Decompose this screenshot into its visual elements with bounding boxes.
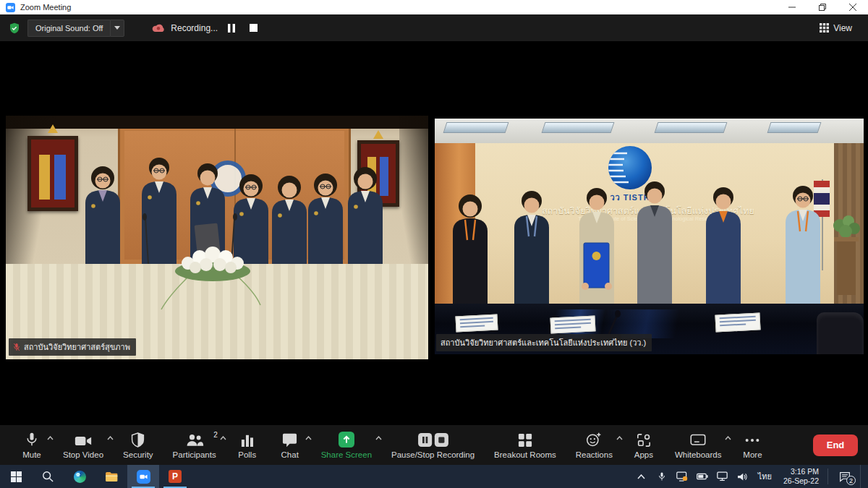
muted-mic-icon [13, 343, 20, 351]
share-screen-icon [339, 432, 354, 448]
language-indicator[interactable]: ไทย [754, 470, 776, 483]
camera-icon [75, 432, 92, 448]
windows-taskbar: P ไทย 3:16 PM 2 [0, 465, 868, 488]
chat-icon [282, 432, 297, 448]
participant-name-label: สถาบันวิจัยวิทยาศาสตร์สุขภาพ [9, 338, 136, 356]
system-tray: ไทย 3:16 PM 26-Sep-22 2 [632, 465, 868, 488]
video-feed-tistr[interactable]: วว TISTR สถาบันวิจัยวิทยาศาสตร์และเทคโนโ… [435, 119, 864, 354]
tray-microphone-icon[interactable] [652, 465, 671, 488]
polls-button[interactable]: Polls [229, 429, 266, 462]
flower-centerpiece [161, 247, 260, 309]
original-sound-dropdown[interactable] [110, 20, 124, 37]
chevron-up-icon[interactable] [220, 433, 226, 442]
grid-view-icon [820, 23, 829, 33]
participant-name-label: สถาบันวิจัยวิทยาศาสตร์และเทคโนโลยีแห่งปร… [436, 334, 652, 351]
table-mic [435, 119, 864, 354]
title-bar: Zoom Meeting [0, 0, 868, 14]
reactions-icon [586, 432, 602, 448]
participants-button[interactable]: Participants 2 [166, 429, 224, 462]
participants-count-badge: 2 [213, 431, 218, 439]
start-button[interactable] [0, 465, 32, 488]
chevron-up-icon[interactable] [305, 433, 312, 442]
zoom-control-bar: Mute Stop Video Security Participants 2 [0, 425, 868, 465]
polls-icon [241, 432, 254, 448]
zoom-app-icon [6, 3, 15, 12]
tray-screen-share-icon[interactable] [673, 465, 692, 488]
tray-battery-icon[interactable] [693, 465, 712, 488]
mute-button[interactable]: Mute [13, 429, 51, 462]
meeting-toolbar: Original Sound: Off Recording... [0, 14, 868, 41]
show-desktop-button[interactable] [860, 465, 864, 488]
window-title: Zoom Meeting [20, 3, 71, 12]
zoom-meeting-window: Zoom Meeting Original Sound: Off [0, 0, 868, 488]
shield-icon [131, 432, 145, 448]
more-button[interactable]: More [733, 429, 771, 462]
pause-recording-icon[interactable] [224, 20, 239, 36]
tray-chevron-up-icon[interactable] [632, 465, 651, 488]
reactions-button[interactable]: Reactions [569, 429, 620, 462]
view-label: View [833, 23, 852, 33]
original-sound-label: Original Sound: Off [35, 24, 103, 33]
breakout-rooms-button[interactable]: Breakout Rooms [487, 429, 563, 462]
recording-cloud-icon [152, 23, 165, 33]
stop-recording-icon[interactable] [245, 20, 261, 36]
search-icon[interactable] [32, 465, 64, 488]
original-sound-button[interactable]: Original Sound: Off [27, 20, 110, 37]
tray-separator [827, 468, 828, 484]
left-feed-props [6, 116, 428, 359]
breakout-rooms-icon [518, 432, 532, 448]
clock-date: 26-Sep-22 [783, 476, 819, 486]
view-button[interactable]: View [814, 20, 858, 36]
left-feed-name-text: สถาบันวิจัยวิทยาศาสตร์สุขภาพ [24, 341, 130, 354]
participants-icon [185, 432, 204, 448]
minimize-button[interactable] [777, 0, 807, 14]
share-screen-button[interactable]: Share Screen [314, 429, 379, 462]
chevron-up-icon[interactable] [725, 433, 731, 442]
file-explorer-icon[interactable] [95, 465, 127, 488]
notification-center-icon[interactable]: 2 [831, 465, 859, 488]
tray-network-icon[interactable] [713, 465, 732, 488]
edge-browser-icon[interactable] [64, 465, 95, 488]
security-button[interactable]: Security [116, 429, 161, 462]
clock-time: 3:16 PM [783, 467, 819, 476]
pause-stop-recording-button[interactable]: Pause/Stop Recording [384, 429, 482, 462]
chat-button[interactable]: Chat [271, 429, 309, 462]
apps-icon [637, 432, 651, 448]
restore-button[interactable] [807, 0, 838, 14]
tray-speaker-icon[interactable] [733, 465, 752, 488]
pause-stop-recording-icon [418, 432, 448, 448]
taskbar-zoom-app[interactable] [127, 465, 159, 488]
close-button[interactable] [838, 0, 868, 14]
office-chair [817, 312, 864, 354]
video-stage: สถาบันวิจัยวิทยาศาสตร์สุขภาพ [0, 41, 868, 425]
taskbar-powerpoint-app[interactable]: P [159, 465, 191, 488]
apps-button[interactable]: Apps [625, 429, 663, 462]
recording-label: Recording... [171, 23, 218, 33]
video-feed-health-science-institute[interactable]: สถาบันวิจัยวิทยาศาสตร์สุขภาพ [6, 116, 428, 359]
chevron-up-icon[interactable] [107, 433, 114, 442]
right-feed-name-text: สถาบันวิจัยวิทยาศาสตร์และเทคโนโลยีแห่งปร… [441, 336, 646, 349]
microphone-icon [25, 432, 39, 448]
chevron-up-icon[interactable] [616, 433, 623, 442]
stop-video-button[interactable]: Stop Video [56, 429, 111, 462]
recording-indicator: Recording... [152, 20, 261, 36]
more-icon [744, 432, 760, 448]
encryption-shield-icon[interactable] [9, 22, 20, 34]
taskbar-clock[interactable]: 3:16 PM 26-Sep-22 [778, 467, 825, 486]
whiteboard-icon [690, 432, 706, 448]
end-meeting-button[interactable]: End [813, 435, 858, 456]
chevron-up-icon[interactable] [47, 433, 54, 442]
notification-count-badge: 2 [846, 476, 856, 485]
chevron-up-icon[interactable] [375, 433, 382, 442]
whiteboards-button[interactable]: Whiteboards [668, 429, 729, 462]
